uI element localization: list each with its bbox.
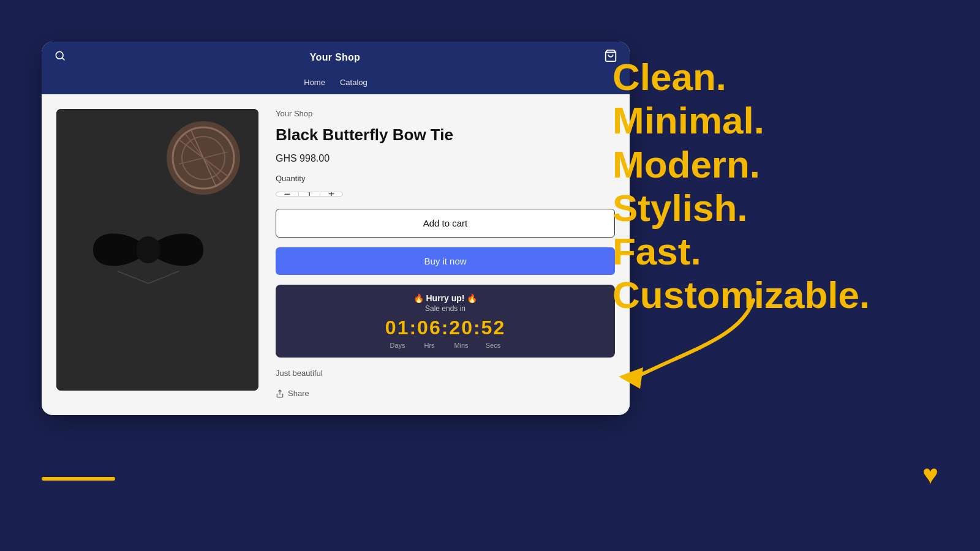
svg-marker-13 — [619, 367, 643, 389]
timer-label-mins: Mins — [445, 342, 477, 349]
tagline-line-1: Clean. — [612, 55, 943, 99]
quantity-control: − 1 + — [276, 192, 343, 197]
quantity-value: 1 — [298, 192, 320, 197]
arrow-decoration — [582, 288, 778, 410]
product-description: Just beautiful — [276, 369, 615, 378]
tagline-line-3: Modern. — [612, 143, 943, 186]
quantity-decrease-button[interactable]: − — [276, 192, 298, 197]
timer-label-secs: Secs — [477, 342, 509, 349]
timer-display: 01:06:20:52 — [285, 317, 605, 339]
share-label: Share — [288, 389, 309, 398]
tagline-line-5: Fast. — [612, 230, 943, 273]
svg-point-0 — [56, 51, 63, 59]
browser-navbar: Your Shop Home Catalog — [42, 42, 630, 94]
svg-point-11 — [136, 236, 160, 263]
timer-label-hrs: Hrs — [413, 342, 445, 349]
sale-ends-text: Sale ends in — [285, 304, 605, 313]
browser-topbar: Your Shop — [42, 42, 630, 73]
heart-icon: ♥ — [922, 459, 938, 490]
countdown-box: 🔥 Hurry up! 🔥 Sale ends in 01:06:20:52 D… — [276, 285, 615, 358]
product-price: GHS 998.00 — [276, 153, 615, 164]
browser-content: Your Shop Black Butterfly Bow Tie GHS 99… — [42, 94, 630, 413]
nav-home[interactable]: Home — [304, 78, 325, 87]
quantity-label: Quantity — [276, 174, 615, 183]
timer-label-days: Days — [382, 342, 413, 349]
product-shop-label: Your Shop — [276, 109, 615, 118]
quantity-increase-button[interactable]: + — [320, 192, 342, 197]
browser-window: Your Shop Home Catalog — [42, 42, 630, 415]
product-title: Black Butterfly Bow Tie — [276, 126, 615, 144]
search-icon[interactable] — [54, 50, 66, 65]
timer-labels: Days Hrs Mins Secs — [285, 342, 605, 349]
add-to-cart-button[interactable]: Add to cart — [276, 209, 615, 238]
product-image-container — [56, 109, 258, 391]
tagline-section: Clean. Minimal. Modern. Stylish. Fast. C… — [612, 55, 943, 317]
tagline-line-4: Stylish. — [612, 186, 943, 230]
bottom-line-decoration — [42, 477, 115, 481]
svg-line-1 — [62, 58, 65, 61]
product-image — [56, 109, 258, 391]
buy-now-button[interactable]: Buy it now — [276, 247, 615, 275]
share-row[interactable]: Share — [276, 389, 615, 398]
nav-catalog[interactable]: Catalog — [340, 78, 368, 87]
product-details: Your Shop Black Butterfly Bow Tie GHS 99… — [276, 109, 615, 398]
hurry-text: 🔥 Hurry up! 🔥 — [285, 293, 605, 303]
shop-title: Your Shop — [310, 52, 360, 63]
tagline-line-2: Minimal. — [612, 99, 943, 142]
nav-menu: Home Catalog — [42, 73, 630, 94]
